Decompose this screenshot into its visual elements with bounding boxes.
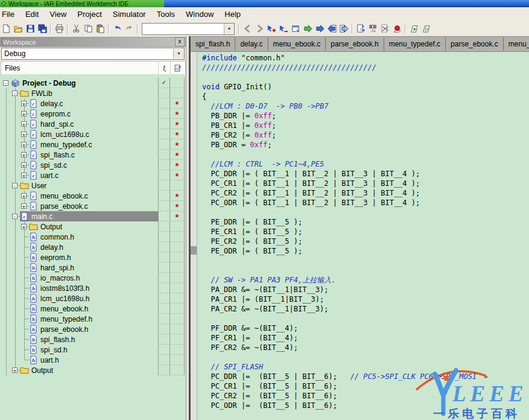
- code-line[interactable]: [202, 256, 529, 266]
- collapse-box-icon[interactable]: -: [3, 80, 8, 86]
- tree-item-menu-typedef-h[interactable]: hmenu_typedef.h: [0, 314, 186, 324]
- code-editor[interactable]: #include "common.h"/////////////////////…: [191, 52, 529, 420]
- expand-box-icon[interactable]: +: [21, 152, 27, 158]
- tree-item-spi-sd-h[interactable]: hspi_sd.h: [0, 345, 186, 355]
- tree-item-output[interactable]: +Output: [0, 365, 186, 375]
- code-line[interactable]: [202, 208, 529, 217]
- cut-button[interactable]: [70, 23, 82, 34]
- stop-build-button[interactable]: [379, 23, 391, 34]
- tree-item-uart-h[interactable]: huart.h: [0, 355, 186, 365]
- code-line[interactable]: PF_CR2 &= ~(BIT__4);: [202, 343, 529, 352]
- tree-item-fwlib[interactable]: -FWLib: [0, 88, 186, 98]
- code-line[interactable]: PE_CR2 |= ( BIT__5 );: [202, 237, 529, 246]
- code-line[interactable]: PC_CR2 |= ( BIT__1 | BIT__2 | BIT__3 | B…: [202, 188, 529, 198]
- code-line[interactable]: {: [202, 92, 529, 101]
- collapse-box-icon[interactable]: -: [12, 214, 17, 219]
- chevron-down-icon[interactable]: ▼: [224, 24, 234, 34]
- expand-box-icon[interactable]: +: [21, 224, 27, 229]
- tree-item-menu-ebook-h[interactable]: hmenu_ebook.h: [0, 304, 186, 314]
- code-line[interactable]: [202, 352, 529, 362]
- tree-item-hard-spi-c[interactable]: +chard_spi.c*: [0, 119, 186, 129]
- editor-tab-menu-ebook-h[interactable]: menu_ebook.h: [504, 37, 529, 51]
- expand-box-icon[interactable]: +: [21, 203, 27, 209]
- copy-button[interactable]: [82, 23, 94, 34]
- tree-item-parse-ebook-c[interactable]: +cparse_ebook.c*: [0, 201, 186, 211]
- step-out-button[interactable]: [326, 23, 338, 34]
- menu-window[interactable]: Window: [180, 8, 219, 20]
- editor-tab-spi-flash-h[interactable]: spi_flash.h: [191, 37, 235, 51]
- toggle-bookmark-button[interactable]: [265, 23, 277, 34]
- code-line[interactable]: void GPIO_Init(): [202, 82, 529, 92]
- tree-item-main-c[interactable]: -cmain.c*: [0, 211, 186, 221]
- expand-box-icon[interactable]: +: [21, 121, 27, 127]
- step-over-button[interactable]: [314, 23, 326, 34]
- code-line[interactable]: // SW -> PA1 PA3 PF4,上拉输入.: [202, 275, 529, 285]
- code-line[interactable]: PA_CR2 &= ~(BIT__1|BIT__3);: [202, 304, 529, 314]
- code-line[interactable]: PF_CR1 |= (BIT__4);: [202, 333, 529, 343]
- panel-splitter[interactable]: [186, 36, 191, 420]
- code-line[interactable]: PC_ODR |= (BIT__5 | BIT__6);: [202, 401, 529, 410]
- code-line[interactable]: PC_CR1 |= (BIT__5 | BIT__6);: [202, 381, 529, 391]
- expand-box-icon[interactable]: +: [21, 111, 27, 116]
- configuration-dropdown[interactable]: Debug ▼: [1, 48, 185, 60]
- open-file-button[interactable]: [12, 23, 24, 34]
- compile-button[interactable]: ↓01: [367, 23, 379, 34]
- tree-item-output[interactable]: +Output: [0, 221, 186, 232]
- code-line[interactable]: PF_DDR &= ~(BIT__4);: [202, 323, 529, 333]
- expand-box-icon[interactable]: +: [21, 193, 27, 199]
- expand-box-icon[interactable]: +: [21, 132, 27, 137]
- make-button[interactable]: 01: [355, 23, 367, 34]
- menu-project[interactable]: Project: [72, 8, 107, 20]
- tree-item-spi-sd-c[interactable]: +cspi_sd.c*: [0, 160, 186, 170]
- editor-tab-parse-ebook-c[interactable]: parse_ebook.c: [446, 37, 504, 51]
- code-line[interactable]: //LCM : CTRL -> PC1~4,PE5: [202, 159, 529, 169]
- menu-tools[interactable]: Tools: [151, 8, 180, 20]
- tree-item-project-debug[interactable]: -Project - Debug✓: [0, 78, 186, 88]
- tree-item-lcm-uc1698u-h[interactable]: hlcm_uc1698u.h: [0, 293, 186, 304]
- print-button[interactable]: [53, 23, 65, 34]
- watch-window-button[interactable]: [290, 23, 302, 34]
- code-line[interactable]: PE_CR1 |= ( BIT__5 );: [202, 227, 529, 237]
- menu-view[interactable]: View: [44, 8, 72, 20]
- menu-file[interactable]: File: [0, 8, 20, 20]
- quick-search-input[interactable]: [142, 24, 224, 34]
- code-line[interactable]: PB_ODR = 0xff;: [202, 140, 529, 150]
- files-column-header[interactable]: Files ξ 01: [1, 61, 186, 75]
- code-line[interactable]: PC_DDR |= (BIT__5 | BIT__6); // PC5->SPI…: [202, 372, 529, 381]
- code-line[interactable]: PE_DDR |= ( BIT__5 );: [202, 217, 529, 227]
- save-button[interactable]: [24, 23, 36, 34]
- tree-item-menu-typedef-c[interactable]: +cmenu_typedef.c*: [0, 139, 186, 150]
- navigate-forward-button[interactable]: [253, 23, 265, 34]
- tree-item-hard-spi-h[interactable]: hhard_spi.h: [0, 262, 186, 273]
- collapse-box-icon[interactable]: -: [12, 183, 17, 188]
- expand-box-icon[interactable]: +: [21, 101, 27, 106]
- tree-item-iostm8s103f3-h[interactable]: hiostm8s103f3.h: [0, 283, 186, 293]
- tree-item-spi-flash-c[interactable]: +cspi_flash.c*: [0, 150, 186, 160]
- tree-item-common-h[interactable]: hcommon.h: [0, 232, 186, 242]
- tree-item-lcm-uc1698u-c[interactable]: +clcm_uc1698u.c*: [0, 129, 186, 139]
- code-line[interactable]: PB_CR1 |= 0xff;: [202, 121, 529, 130]
- tree-item-uart-c[interactable]: +cuart.c*: [0, 170, 186, 180]
- quick-search-combobox[interactable]: ▼: [142, 23, 235, 35]
- undo-button[interactable]: [111, 23, 123, 34]
- tree-item-eeprom-c[interactable]: +ceeprom.c*: [0, 109, 186, 119]
- workspace-close-button[interactable]: x: [175, 37, 185, 46]
- tree-item-eeprom-h[interactable]: heeprom.h: [0, 252, 186, 262]
- debug-button[interactable]: [391, 23, 403, 34]
- code-line[interactable]: //LCM : D0-D7 -> PB0 ->PB7: [202, 101, 529, 111]
- editor-tab-delay-c[interactable]: delay.c: [235, 37, 268, 51]
- go-button[interactable]: [302, 23, 314, 34]
- goto-bookmark-button[interactable]: [277, 23, 290, 34]
- tree-item-user[interactable]: -User: [0, 180, 186, 191]
- code-line[interactable]: PE_ODR |= ( BIT__5 );: [202, 246, 529, 256]
- code-line[interactable]: ////////////////////////////////////////: [202, 63, 529, 72]
- code-line[interactable]: [202, 266, 529, 275]
- tree-item-spi-flash-h[interactable]: hspi_flash.h: [0, 334, 186, 345]
- code-text[interactable]: #include "common.h"/////////////////////…: [197, 52, 529, 420]
- editor-tab-menu-ebook-c[interactable]: menu_ebook.c: [268, 37, 326, 51]
- code-line[interactable]: PC_ODR |= ( BIT__1 | BIT__2 | BIT__3 | B…: [202, 198, 529, 208]
- expand-box-icon[interactable]: +: [21, 173, 27, 178]
- menu-simulator[interactable]: Simulator: [107, 8, 151, 20]
- tree-item-io-macros-h[interactable]: hio_macros.h: [0, 273, 186, 283]
- tree-item-delay-h[interactable]: hdelay.h: [0, 242, 186, 252]
